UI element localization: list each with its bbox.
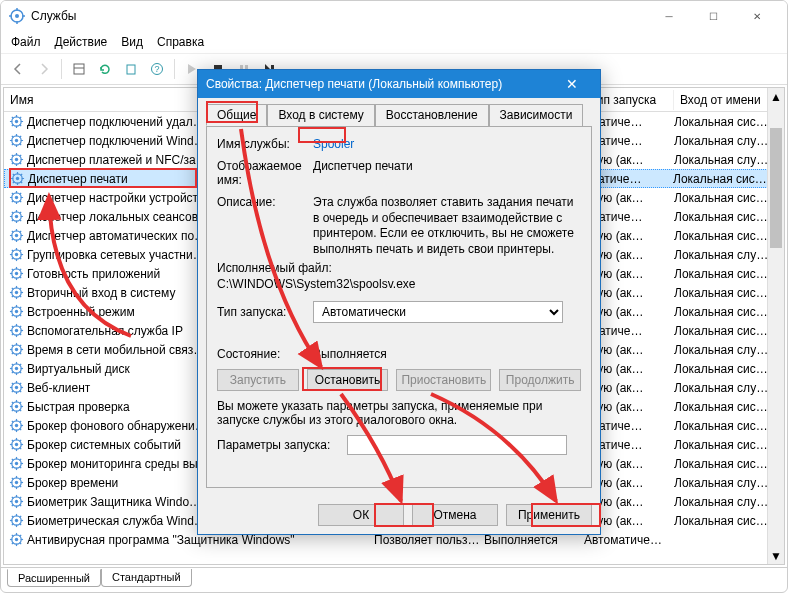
svg-line-243 <box>12 543 14 545</box>
export-button[interactable] <box>120 58 142 80</box>
svg-line-24 <box>20 117 22 119</box>
svg-line-42 <box>20 163 22 165</box>
cancel-button[interactable]: Отмена <box>412 504 498 526</box>
svg-line-201 <box>12 459 14 461</box>
svg-line-211 <box>12 478 14 480</box>
vertical-scrollbar[interactable]: ▲ ▼ <box>767 88 784 564</box>
svg-line-22 <box>20 125 22 127</box>
menu-help[interactable]: Справка <box>157 35 204 49</box>
svg-point-56 <box>15 196 18 199</box>
svg-line-114 <box>20 288 22 290</box>
svg-line-113 <box>12 296 14 298</box>
svg-line-63 <box>12 201 14 203</box>
svg-point-196 <box>15 462 18 465</box>
apply-button[interactable]: Применить <box>506 504 592 526</box>
svg-line-213 <box>12 486 14 488</box>
close-button[interactable]: ✕ <box>735 1 779 31</box>
label-state: Состояние: <box>217 347 313 361</box>
svg-line-32 <box>20 144 22 146</box>
minimize-button[interactable]: ─ <box>647 1 691 31</box>
dialog-close-button[interactable]: ✕ <box>552 70 592 98</box>
refresh-button[interactable] <box>94 58 116 80</box>
svg-line-74 <box>20 212 22 214</box>
svg-line-92 <box>20 258 22 260</box>
label-executable: Исполняемый файл: <box>217 261 332 275</box>
stop-button[interactable]: Остановить <box>307 369 389 391</box>
startup-type-select[interactable]: Автоматически <box>313 301 563 323</box>
svg-point-156 <box>15 386 18 389</box>
menu-action[interactable]: Действие <box>55 35 108 49</box>
svg-point-186 <box>15 443 18 446</box>
scroll-down-icon[interactable]: ▼ <box>768 547 784 564</box>
window-title: Службы <box>31 9 647 23</box>
svg-text:?: ? <box>154 64 159 74</box>
help-button[interactable]: ? <box>146 58 168 80</box>
svg-line-123 <box>12 315 14 317</box>
svg-line-133 <box>12 334 14 336</box>
svg-line-172 <box>20 410 22 412</box>
svg-line-54 <box>21 174 23 176</box>
svg-point-166 <box>15 405 18 408</box>
svg-line-184 <box>20 421 22 423</box>
toolbar-icon[interactable] <box>68 58 90 80</box>
svg-line-111 <box>12 288 14 290</box>
svg-line-94 <box>20 250 22 252</box>
tab-dependencies[interactable]: Зависимости <box>489 104 584 126</box>
svg-line-244 <box>20 535 22 537</box>
pause-button: Приостановить <box>396 369 491 391</box>
value-executable: C:\WINDOWS\System32\spoolsv.exe <box>217 277 416 291</box>
tab-logon[interactable]: Вход в систему <box>267 104 374 126</box>
value-service-name: Spooler <box>313 137 581 151</box>
svg-line-224 <box>20 497 22 499</box>
svg-line-131 <box>12 326 14 328</box>
tab-general[interactable]: Общие <box>206 104 267 126</box>
svg-line-124 <box>20 307 22 309</box>
svg-rect-6 <box>74 64 84 74</box>
menu-view[interactable]: Вид <box>121 35 143 49</box>
svg-line-112 <box>20 296 22 298</box>
startup-params-input <box>347 435 567 455</box>
svg-line-163 <box>12 391 14 393</box>
label-startup-params: Параметры запуска: <box>217 438 347 452</box>
svg-point-1 <box>15 14 19 18</box>
svg-point-106 <box>15 291 18 294</box>
svg-point-16 <box>15 120 18 123</box>
svg-line-204 <box>20 459 22 461</box>
scroll-up-icon[interactable]: ▲ <box>768 88 784 105</box>
svg-point-36 <box>15 158 18 161</box>
svg-line-81 <box>12 231 14 233</box>
svg-line-242 <box>20 543 22 545</box>
menu-file[interactable]: Файл <box>11 35 41 49</box>
svg-line-53 <box>13 182 15 184</box>
forward-button[interactable] <box>33 58 55 80</box>
svg-line-171 <box>12 402 14 404</box>
ok-button[interactable]: ОК <box>318 504 404 526</box>
tab-extended[interactable]: Расширенный <box>7 569 101 587</box>
maximize-button[interactable]: ☐ <box>691 1 735 31</box>
svg-line-183 <box>12 429 14 431</box>
label-service-name: Имя службы: <box>217 137 313 151</box>
tab-standard[interactable]: Стандартный <box>101 569 192 587</box>
dialog-titlebar: Свойства: Диспетчер печати (Локальный ко… <box>198 70 600 98</box>
back-button[interactable] <box>7 58 29 80</box>
svg-line-72 <box>20 220 22 222</box>
svg-line-151 <box>12 364 14 366</box>
svg-line-153 <box>12 372 14 374</box>
tab-recovery[interactable]: Восстановление <box>375 104 489 126</box>
svg-line-222 <box>20 505 22 507</box>
svg-line-44 <box>20 155 22 157</box>
svg-line-122 <box>20 315 22 317</box>
svg-line-41 <box>12 155 14 157</box>
svg-point-66 <box>15 215 18 218</box>
svg-line-91 <box>12 250 14 252</box>
svg-line-194 <box>20 440 22 442</box>
svg-line-234 <box>20 516 22 518</box>
svg-point-126 <box>15 329 18 332</box>
svg-line-43 <box>12 163 14 165</box>
scrollbar-thumb[interactable] <box>770 128 782 248</box>
svg-line-71 <box>12 212 14 214</box>
svg-line-52 <box>21 182 23 184</box>
svg-line-83 <box>12 239 14 241</box>
label-startup-type: Тип запуска: <box>217 305 313 319</box>
svg-line-164 <box>20 383 22 385</box>
